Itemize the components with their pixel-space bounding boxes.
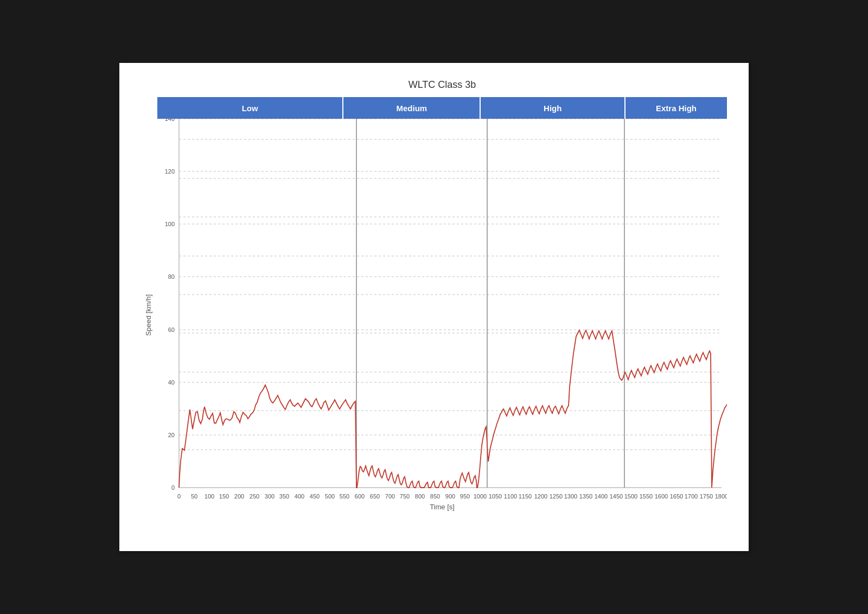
svg-text:1650: 1650: [670, 493, 683, 498]
svg-text:200: 200: [234, 493, 244, 498]
svg-text:50: 50: [191, 493, 197, 498]
svg-text:1500: 1500: [624, 493, 637, 498]
svg-text:100: 100: [165, 221, 175, 227]
svg-text:80: 80: [168, 273, 175, 280]
speed-profile-line: [179, 187, 727, 488]
chart-title: WLTC Class 3b: [157, 79, 727, 91]
svg-text:1700: 1700: [685, 493, 698, 498]
svg-text:1200: 1200: [534, 493, 547, 498]
svg-text:650: 650: [370, 493, 380, 498]
svg-text:500: 500: [325, 493, 335, 498]
x-axis-label: Time [s]: [157, 503, 727, 511]
svg-text:450: 450: [310, 493, 320, 498]
phase-extra-high: Extra High: [626, 97, 727, 119]
chart-area: Speed [km/h]: [157, 119, 727, 511]
svg-text:1300: 1300: [564, 493, 577, 498]
svg-text:0: 0: [171, 484, 175, 491]
svg-text:1550: 1550: [640, 493, 653, 498]
phase-labels: Low Medium High Extra High: [157, 97, 727, 119]
svg-text:1750: 1750: [700, 493, 713, 498]
svg-text:1000: 1000: [474, 493, 487, 498]
svg-text:1150: 1150: [519, 493, 532, 498]
svg-text:700: 700: [385, 493, 395, 498]
svg-text:400: 400: [295, 493, 304, 498]
svg-text:1400: 1400: [595, 493, 608, 498]
svg-text:950: 950: [460, 493, 470, 498]
y-axis-label: Speed [km/h]: [144, 294, 152, 336]
svg-text:140: 140: [165, 119, 175, 122]
svg-text:20: 20: [168, 432, 175, 438]
svg-text:300: 300: [265, 493, 275, 498]
svg-text:40: 40: [168, 379, 175, 386]
svg-text:1800: 1800: [715, 493, 727, 498]
chart-svg: 0 20 40 60 80 100 120 140 0 50 100 150 2…: [157, 119, 727, 498]
chart-container: WLTC Class 3b Low Medium High Extra High…: [119, 63, 749, 551]
svg-text:550: 550: [340, 493, 349, 498]
svg-text:600: 600: [355, 493, 365, 498]
svg-text:1250: 1250: [550, 493, 563, 498]
svg-text:60: 60: [168, 327, 175, 333]
svg-text:850: 850: [430, 493, 440, 498]
svg-text:100: 100: [205, 493, 214, 498]
svg-text:120: 120: [165, 168, 175, 175]
svg-text:1600: 1600: [655, 493, 668, 498]
svg-text:1450: 1450: [610, 493, 623, 498]
svg-text:1100: 1100: [504, 493, 517, 498]
svg-text:1350: 1350: [579, 493, 592, 498]
phase-medium: Medium: [343, 97, 481, 119]
svg-text:0: 0: [177, 493, 181, 498]
svg-text:150: 150: [219, 493, 229, 498]
phase-high: High: [481, 97, 626, 119]
svg-text:900: 900: [445, 493, 455, 498]
phase-low: Low: [157, 97, 343, 119]
svg-text:350: 350: [279, 493, 289, 498]
svg-text:800: 800: [415, 493, 425, 498]
svg-text:1050: 1050: [489, 493, 502, 498]
svg-text:750: 750: [400, 493, 410, 498]
svg-text:250: 250: [250, 493, 259, 498]
